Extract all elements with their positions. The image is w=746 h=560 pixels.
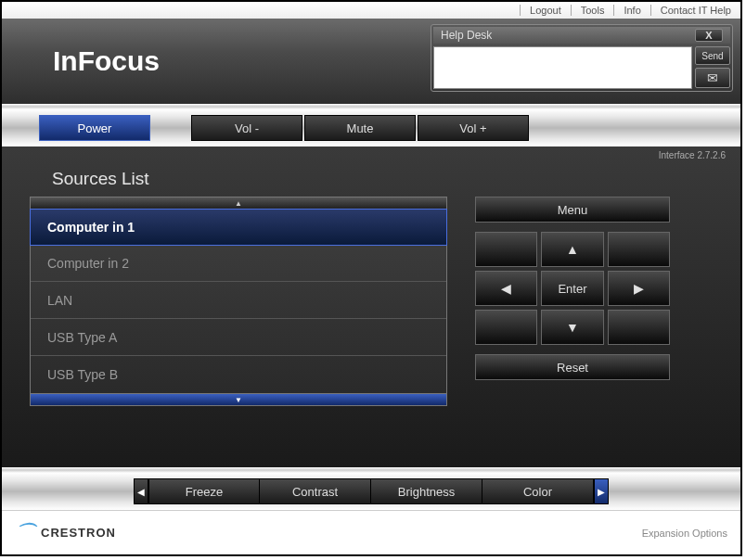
helpdesk-panel: Help Desk X Send ✉: [431, 24, 733, 92]
freeze-button[interactable]: Freeze: [148, 478, 260, 504]
menu-button[interactable]: Menu: [475, 197, 670, 223]
expansion-options-link[interactable]: Expansion Options: [642, 528, 727, 539]
crestron-logo: ⌒ CRESTRON: [15, 519, 116, 547]
dpad-blank[interactable]: [475, 232, 537, 267]
source-item[interactable]: USB Type B: [31, 356, 446, 393]
dpad-blank[interactable]: [608, 310, 670, 345]
interface-version-label: Interface 2.7.2.6: [659, 150, 726, 160]
helpdesk-message-input[interactable]: [433, 46, 692, 89]
source-item[interactable]: Computer in 1: [30, 209, 447, 246]
reset-button[interactable]: Reset: [475, 354, 670, 380]
main-area: Interface 2.7.2.6 Sources List ▲ Compute…: [2, 146, 740, 467]
mail-icon: ✉: [707, 70, 718, 85]
helpdesk-titlebar: Help Desk X: [433, 27, 730, 44]
contact-link[interactable]: Contact IT Help: [650, 5, 740, 16]
vol-down-button[interactable]: Vol -: [191, 115, 302, 141]
logout-link[interactable]: Logout: [520, 5, 571, 16]
mute-button[interactable]: Mute: [304, 115, 416, 141]
helpdesk-side: Send ✉: [695, 46, 730, 89]
header: InFocus Help Desk X Send ✉: [2, 19, 740, 104]
sources-list-box: ▲ Computer in 1 Computer in 2 LAN USB Ty…: [30, 197, 447, 406]
dpad-right-button[interactable]: ▶: [608, 271, 670, 306]
sources-list: Computer in 1 Computer in 2 LAN USB Type…: [30, 209, 447, 393]
dpad-blank[interactable]: [608, 232, 670, 267]
triangle-up-icon: ▲: [235, 199, 242, 208]
dpad-down-button[interactable]: ▼: [541, 310, 603, 345]
contrast-button[interactable]: Contrast: [260, 478, 371, 504]
control-bar: Power Vol - Mute Vol +: [2, 109, 740, 146]
sources-scroll-up[interactable]: ▲: [30, 197, 447, 210]
source-item[interactable]: Computer in 2: [31, 245, 446, 282]
sources-scroll-down[interactable]: ▼: [30, 393, 447, 406]
dpad-blank[interactable]: [475, 310, 537, 345]
helpdesk-body: Send ✉: [433, 46, 730, 89]
settings-scroll-right[interactable]: ▶: [594, 478, 609, 504]
triangle-right-icon: ▶: [634, 281, 644, 296]
triangle-right-icon: ▶: [598, 487, 605, 497]
swoosh-icon: ⌒: [15, 519, 35, 547]
settings-scroll-left[interactable]: ◀: [134, 478, 148, 504]
helpdesk-title-label: Help Desk: [441, 29, 492, 42]
app-window: Logout Tools Info Contact IT Help InFocu…: [0, 0, 742, 556]
source-item[interactable]: USB Type A: [31, 319, 446, 356]
footer: ⌒ CRESTRON Expansion Options: [2, 510, 740, 554]
power-button[interactable]: Power: [39, 115, 150, 141]
vol-up-button[interactable]: Vol +: [418, 115, 529, 141]
brightness-button[interactable]: Brightness: [371, 478, 482, 504]
tools-link[interactable]: Tools: [571, 5, 614, 16]
triangle-down-icon: ▼: [235, 396, 242, 404]
dpad-enter-button[interactable]: Enter: [541, 271, 603, 306]
helpdesk-send-button[interactable]: Send: [695, 46, 730, 65]
triangle-down-icon: ▼: [566, 320, 579, 335]
helpdesk-mail-button[interactable]: ✉: [695, 68, 730, 88]
helpdesk-close-button[interactable]: X: [695, 29, 723, 42]
logo-text: InFocus: [53, 45, 160, 76]
triangle-left-icon: ◀: [137, 487, 145, 497]
color-button[interactable]: Color: [482, 478, 594, 504]
nav-pad: Menu ▲ ◀ Enter ▶ ▼ Reset: [475, 197, 670, 406]
dpad-up-button[interactable]: ▲: [541, 232, 603, 267]
top-menu: Logout Tools Info Contact IT Help: [2, 2, 740, 19]
content-row: ▲ Computer in 1 Computer in 2 LAN USB Ty…: [30, 197, 722, 406]
dpad-left-button[interactable]: ◀: [475, 271, 537, 306]
settings-bar: ◀ Freeze Contrast Brightness Color ▶: [2, 473, 740, 510]
logo: InFocus: [53, 45, 160, 77]
dpad: ▲ ◀ Enter ▶ ▼: [475, 232, 670, 345]
sources-title: Sources List: [52, 169, 722, 189]
triangle-left-icon: ◀: [501, 281, 511, 296]
crestron-label: CRESTRON: [41, 526, 116, 540]
triangle-up-icon: ▲: [566, 242, 579, 257]
info-link[interactable]: Info: [613, 5, 650, 16]
source-item[interactable]: LAN: [31, 282, 446, 319]
